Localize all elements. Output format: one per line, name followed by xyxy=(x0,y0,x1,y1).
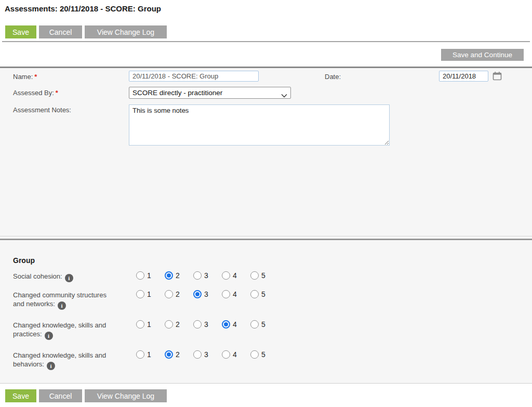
radio-icon[interactable] xyxy=(250,320,259,329)
assessment-edit-page: Assessments: 20/11/2018 - SCORE: Group S… xyxy=(0,0,532,407)
radio-option-2[interactable]: 2 xyxy=(165,290,193,298)
info-icon[interactable]: i xyxy=(58,301,66,310)
group-scores-panel: Group Social cohesion:i12345Changed comm… xyxy=(0,239,532,384)
save-button[interactable]: Save xyxy=(5,25,36,38)
radio-icon[interactable] xyxy=(222,271,230,280)
radio-icon[interactable] xyxy=(250,350,259,359)
question-row: Social cohesion:i12345 xyxy=(13,272,527,282)
radio-option-label: 3 xyxy=(204,350,208,359)
radio-scale-group: 12345 xyxy=(136,271,279,280)
radio-scale-group: 12345 xyxy=(136,290,279,298)
radio-option-label: 1 xyxy=(147,290,151,298)
radio-icon[interactable] xyxy=(136,290,144,298)
name-label: Name:* xyxy=(13,73,37,81)
radio-option-4[interactable]: 4 xyxy=(222,290,250,298)
calendar-button[interactable] xyxy=(493,71,502,81)
radio-icon[interactable] xyxy=(193,271,202,280)
radio-icon[interactable] xyxy=(193,320,202,329)
radio-option-2[interactable]: 2 xyxy=(165,320,193,329)
radio-icon[interactable] xyxy=(136,350,144,359)
question-label: Changed community structures and network… xyxy=(13,291,136,310)
radio-option-3[interactable]: 3 xyxy=(193,320,222,329)
question-label: Social cohesion:i xyxy=(13,272,136,282)
question-row: Changed knowledge, skills and practices:… xyxy=(13,321,527,340)
radio-option-label: 2 xyxy=(176,350,180,359)
assessed-by-label: Assessed By:* xyxy=(13,89,58,97)
question-label-text: Social cohesion: xyxy=(13,272,62,280)
radio-option-label: 4 xyxy=(233,271,237,280)
radio-option-label: 5 xyxy=(261,271,265,280)
radio-option-1[interactable]: 1 xyxy=(136,350,165,359)
info-icon[interactable]: i xyxy=(45,332,53,340)
radio-option-1[interactable]: 1 xyxy=(136,290,165,298)
radio-option-label: 5 xyxy=(261,320,265,329)
radio-icon[interactable] xyxy=(136,271,144,280)
assessment-details-panel: Name:* Date: Assessed By:* SCORE directl… xyxy=(0,67,532,237)
save-button[interactable]: Save xyxy=(5,389,36,402)
radio-icon[interactable] xyxy=(193,350,202,359)
radio-option-label: 3 xyxy=(204,290,208,298)
group-section-heading: Group xyxy=(13,256,35,265)
view-change-log-button[interactable]: View Change Log xyxy=(85,25,167,38)
radio-option-1[interactable]: 1 xyxy=(136,271,165,280)
cancel-button[interactable]: Cancel xyxy=(39,389,82,402)
view-change-log-button[interactable]: View Change Log xyxy=(85,389,167,402)
question-label: Changed knowledge, skills and practices:… xyxy=(13,321,136,340)
question-row: Changed knowledge, skills and behaviors:… xyxy=(13,351,527,370)
radio-option-4[interactable]: 4 xyxy=(222,271,250,280)
radio-option-5[interactable]: 5 xyxy=(250,350,279,359)
radio-icon[interactable] xyxy=(250,271,259,280)
radio-scale-group: 12345 xyxy=(136,350,279,359)
radio-option-label: 3 xyxy=(204,271,208,280)
radio-option-3[interactable]: 3 xyxy=(193,290,222,298)
cancel-button[interactable]: Cancel xyxy=(39,25,82,38)
required-marker: * xyxy=(34,73,37,81)
radio-icon[interactable] xyxy=(165,320,173,329)
radio-icon[interactable] xyxy=(136,320,144,329)
radio-option-2[interactable]: 2 xyxy=(165,350,193,359)
radio-option-5[interactable]: 5 xyxy=(250,290,279,298)
question-label-text: Changed knowledge, skills and practices: xyxy=(13,321,106,338)
radio-selected-icon[interactable] xyxy=(222,320,230,329)
radio-icon[interactable] xyxy=(165,290,173,298)
radio-option-2[interactable]: 2 xyxy=(165,271,193,280)
question-row: Changed community structures and network… xyxy=(13,291,527,310)
radio-option-label: 4 xyxy=(233,320,237,329)
radio-option-4[interactable]: 4 xyxy=(222,320,250,329)
radio-option-3[interactable]: 3 xyxy=(193,350,222,359)
radio-option-label: 2 xyxy=(176,271,180,280)
radio-option-3[interactable]: 3 xyxy=(193,271,222,280)
radio-selected-icon[interactable] xyxy=(165,271,173,280)
top-toolbar: Save Cancel View Change Log xyxy=(5,25,167,38)
date-input[interactable] xyxy=(439,71,488,82)
toolbar-divider xyxy=(2,41,530,42)
date-label: Date: xyxy=(325,73,341,81)
question-label: Changed knowledge, skills and behaviors:… xyxy=(13,351,136,370)
info-icon[interactable]: i xyxy=(65,274,73,282)
radio-icon[interactable] xyxy=(222,290,230,298)
radio-option-label: 5 xyxy=(261,290,265,298)
page-title: Assessments: 20/11/2018 - SCORE: Group xyxy=(5,4,161,13)
calendar-icon xyxy=(493,74,502,82)
radio-icon[interactable] xyxy=(250,290,259,298)
radio-option-5[interactable]: 5 xyxy=(250,320,279,329)
name-input[interactable] xyxy=(129,71,259,82)
radio-scale-group: 12345 xyxy=(136,320,279,329)
radio-option-label: 1 xyxy=(147,350,151,359)
radio-selected-icon[interactable] xyxy=(193,290,202,298)
radio-option-label: 3 xyxy=(204,320,208,329)
radio-option-5[interactable]: 5 xyxy=(250,271,279,280)
radio-option-1[interactable]: 1 xyxy=(136,320,165,329)
save-and-continue-button[interactable]: Save and Continue xyxy=(441,49,524,61)
info-icon[interactable]: i xyxy=(47,362,55,370)
assessment-notes-textarea[interactable]: This is some notes xyxy=(129,104,390,146)
radio-option-4[interactable]: 4 xyxy=(222,350,250,359)
assessment-notes-label: Assessment Notes: xyxy=(13,106,71,114)
question-rows: Social cohesion:i12345Changed community … xyxy=(13,272,527,381)
assessed-by-select-wrap: SCORE directly - practitioner xyxy=(129,87,291,99)
radio-option-label: 4 xyxy=(233,350,237,359)
radio-option-label: 4 xyxy=(233,290,237,298)
assessed-by-select[interactable]: SCORE directly - practitioner xyxy=(129,87,291,99)
radio-icon[interactable] xyxy=(222,350,230,359)
radio-selected-icon[interactable] xyxy=(165,350,173,359)
